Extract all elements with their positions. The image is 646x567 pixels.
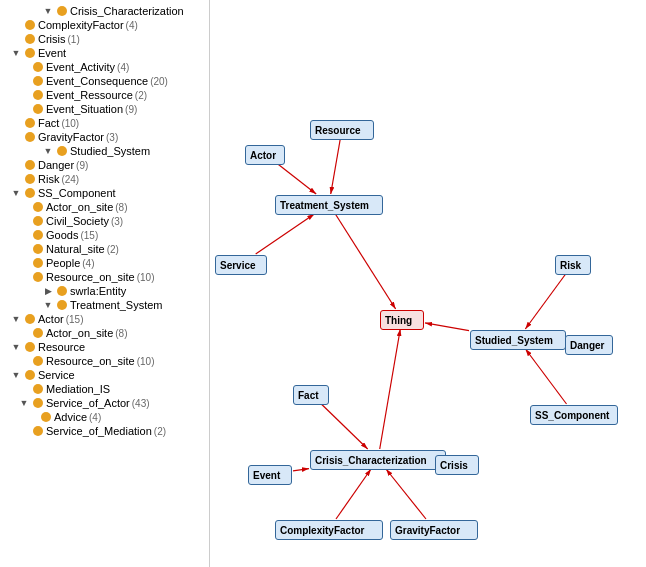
edge-Actor-Treatment_System bbox=[278, 164, 316, 194]
tree-item-swrla-entity[interactable]: ▶swrla:Entity bbox=[2, 284, 207, 298]
spacer bbox=[18, 327, 30, 339]
item-label: Service_of_Actor bbox=[46, 397, 130, 409]
tree-item-resource-on-site[interactable]: Resource_on_site (10) bbox=[2, 270, 207, 284]
spacer bbox=[18, 355, 30, 367]
item-label: People bbox=[46, 257, 80, 269]
toggle-open-icon[interactable]: ▼ bbox=[10, 341, 22, 353]
tree-item-service-of-mediation[interactable]: Service_of_Mediation (2) bbox=[2, 424, 207, 438]
toggle-open-icon[interactable]: ▼ bbox=[42, 145, 54, 157]
node-ComplexityFactor[interactable]: ComplexityFactor bbox=[275, 520, 383, 540]
leaf-dot bbox=[33, 384, 43, 394]
node-Studied_System[interactable]: Studied_System bbox=[470, 330, 566, 350]
tree-item-ss-component[interactable]: ▼SS_Component bbox=[2, 186, 207, 200]
tree-item-resource-on-site2[interactable]: Resource_on_site (10) bbox=[2, 354, 207, 368]
tree-item-event-consequence[interactable]: Event_Consequence (20) bbox=[2, 74, 207, 88]
node-Crisis_Characterization[interactable]: Crisis_Characterization bbox=[310, 450, 446, 470]
tree-item-actor[interactable]: ▼Actor (15) bbox=[2, 312, 207, 326]
tree-item-risk[interactable]: Risk (24) bbox=[2, 172, 207, 186]
node-Fact[interactable]: Fact bbox=[293, 385, 329, 405]
item-label: Natural_site bbox=[46, 243, 105, 255]
toggle-closed-icon[interactable]: ▶ bbox=[42, 285, 54, 297]
tree-item-goods[interactable]: Goods (15) bbox=[2, 228, 207, 242]
leaf-dot bbox=[25, 34, 35, 44]
node-Crisis[interactable]: Crisis bbox=[435, 455, 479, 475]
leaf-dot bbox=[33, 90, 43, 100]
tree-item-event-ressource[interactable]: Event_Ressource (2) bbox=[2, 88, 207, 102]
leaf-dot bbox=[33, 244, 43, 254]
item-label: Actor_on_site bbox=[46, 201, 113, 213]
node-Event[interactable]: Event bbox=[248, 465, 292, 485]
tree-item-fact[interactable]: Fact (10) bbox=[2, 116, 207, 130]
tree-item-civil-society[interactable]: Civil_Society (3) bbox=[2, 214, 207, 228]
toggle-open-icon[interactable]: ▼ bbox=[10, 47, 22, 59]
tree-item-people[interactable]: People (4) bbox=[2, 256, 207, 270]
tree-item-event-situation[interactable]: Event_Situation (9) bbox=[2, 102, 207, 116]
toggle-open-icon[interactable]: ▼ bbox=[42, 299, 54, 311]
tree-item-advice[interactable]: Advice (4) bbox=[2, 410, 207, 424]
tree-item-danger[interactable]: Danger (9) bbox=[2, 158, 207, 172]
toggle-open-icon[interactable]: ▼ bbox=[18, 397, 30, 409]
node-Actor[interactable]: Actor bbox=[245, 145, 285, 165]
tree-item-treatment-system[interactable]: ▼Treatment_System bbox=[2, 298, 207, 312]
leaf-dot bbox=[33, 328, 43, 338]
edge-ComplexityFactor-Crisis_Characterization bbox=[336, 469, 371, 519]
graph-svg: ThingTreatment_SystemStudied_SystemCrisi… bbox=[210, 0, 646, 567]
tree-item-studied-system[interactable]: ▼Studied_System bbox=[2, 144, 207, 158]
folder-dot bbox=[57, 286, 67, 296]
item-label: Resource_on_site bbox=[46, 355, 135, 367]
tree-item-natural-site[interactable]: Natural_site (2) bbox=[2, 242, 207, 256]
spacer bbox=[18, 75, 30, 87]
item-count: (2) bbox=[135, 90, 147, 101]
item-label: Service bbox=[38, 369, 75, 381]
node-Service[interactable]: Service bbox=[215, 255, 267, 275]
item-count: (1) bbox=[68, 34, 80, 45]
toggle-open-icon[interactable]: ▼ bbox=[10, 313, 22, 325]
toggle-open-icon[interactable]: ▼ bbox=[10, 369, 22, 381]
item-label: Fact bbox=[38, 117, 59, 129]
leaf-dot bbox=[25, 20, 35, 30]
item-count: (10) bbox=[137, 272, 155, 283]
folder-dot bbox=[33, 398, 43, 408]
toggle-open-icon[interactable]: ▼ bbox=[42, 5, 54, 17]
tree-item-crisis-characterization[interactable]: ▼Crisis_Characterization bbox=[2, 4, 207, 18]
item-label: GravityFactor bbox=[38, 131, 104, 143]
spacer bbox=[18, 425, 30, 437]
node-Treatment_System[interactable]: Treatment_System bbox=[275, 195, 383, 215]
tree-item-gravity-factor[interactable]: GravityFactor (3) bbox=[2, 130, 207, 144]
folder-dot bbox=[57, 6, 67, 16]
spacer bbox=[18, 257, 30, 269]
item-count: (24) bbox=[61, 174, 79, 185]
spacer bbox=[26, 411, 38, 423]
edge-GravityFactor-Crisis_Characterization bbox=[386, 469, 426, 519]
edge-SS_Component-Studied_System bbox=[525, 349, 566, 404]
leaf-dot bbox=[33, 230, 43, 240]
tree-item-event-activity[interactable]: Event_Activity (4) bbox=[2, 60, 207, 74]
folder-dot bbox=[25, 370, 35, 380]
spacer bbox=[10, 19, 22, 31]
item-label: Service_of_Mediation bbox=[46, 425, 152, 437]
node-Thing[interactable]: Thing bbox=[380, 310, 424, 330]
toggle-open-icon[interactable]: ▼ bbox=[10, 187, 22, 199]
item-count: (9) bbox=[76, 160, 88, 171]
tree-item-service-of-actor[interactable]: ▼Service_of_Actor (43) bbox=[2, 396, 207, 410]
item-count: (8) bbox=[115, 328, 127, 339]
spacer bbox=[18, 89, 30, 101]
tree-item-crisis[interactable]: Crisis (1) bbox=[2, 32, 207, 46]
item-label: Civil_Society bbox=[46, 215, 109, 227]
node-Danger[interactable]: Danger bbox=[565, 335, 613, 355]
tree-item-mediation-is[interactable]: Mediation_IS bbox=[2, 382, 207, 396]
tree-item-resource[interactable]: ▼Resource bbox=[2, 340, 207, 354]
tree-item-complexity-factor[interactable]: ComplexityFactor (4) bbox=[2, 18, 207, 32]
item-label: Event_Situation bbox=[46, 103, 123, 115]
spacer bbox=[18, 383, 30, 395]
node-SS_Component[interactable]: SS_Component bbox=[530, 405, 618, 425]
node-Risk[interactable]: Risk bbox=[555, 255, 591, 275]
spacer bbox=[18, 201, 30, 213]
tree-item-service[interactable]: ▼Service bbox=[2, 368, 207, 382]
tree-item-event[interactable]: ▼Event bbox=[2, 46, 207, 60]
item-count: (2) bbox=[154, 426, 166, 437]
tree-item-actor-on-site[interactable]: Actor_on_site (8) bbox=[2, 200, 207, 214]
node-Resource[interactable]: Resource bbox=[310, 120, 374, 140]
node-GravityFactor[interactable]: GravityFactor bbox=[390, 520, 478, 540]
tree-item-actor-on-site2[interactable]: Actor_on_site (8) bbox=[2, 326, 207, 340]
